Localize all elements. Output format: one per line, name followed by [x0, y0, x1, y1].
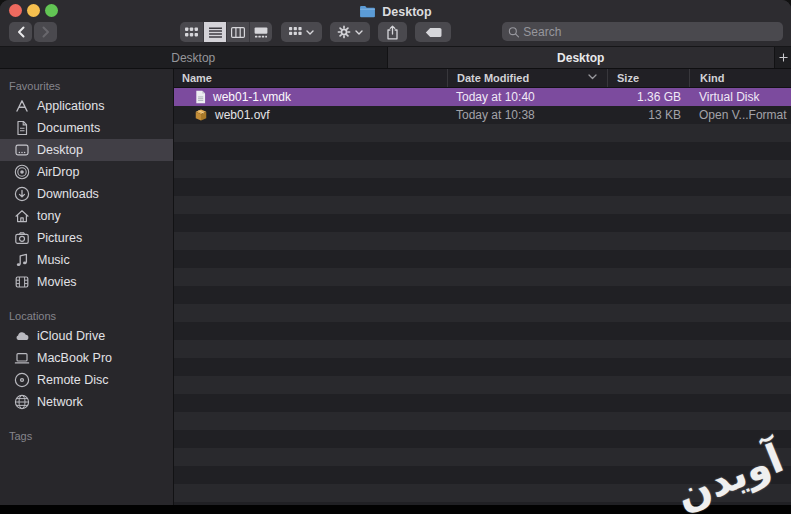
sidebar-item-network[interactable]: Network	[0, 391, 173, 413]
home-icon	[14, 208, 30, 224]
chevron-down-icon	[306, 30, 314, 35]
finder-window: Desktop	[0, 0, 791, 514]
sidebar-item-pictures[interactable]: Pictures	[0, 227, 173, 249]
folder-icon	[359, 5, 376, 18]
share-button[interactable]	[378, 22, 407, 42]
search-input[interactable]	[523, 25, 777, 39]
file-date: Today at 10:38	[447, 108, 607, 122]
list-body: web01-1.vmdk Today at 10:40 1.36 GB Virt…	[174, 88, 791, 505]
list-view-button[interactable]	[203, 22, 226, 42]
airdrop-icon	[14, 164, 30, 180]
file-kind: Open V...Format	[689, 108, 791, 122]
search-icon	[508, 26, 519, 38]
file-name: web01.ovf	[215, 108, 270, 122]
globe-icon	[14, 394, 30, 410]
tab-label: Desktop	[557, 51, 604, 65]
window-title-label: Desktop	[382, 5, 431, 19]
film-icon	[14, 274, 30, 290]
sidebar-item-movies[interactable]: Movies	[0, 271, 173, 293]
laptop-icon	[14, 350, 30, 366]
bottom-edge	[0, 505, 791, 514]
package-icon	[194, 108, 208, 122]
sort-indicator-icon	[588, 74, 597, 80]
new-tab-button[interactable]	[774, 47, 791, 68]
sidebar-section-tags: Tags	[0, 428, 173, 445]
gallery-view-button[interactable]	[249, 22, 272, 42]
sidebar-item-music[interactable]: Music	[0, 249, 173, 271]
file-kind: Virtual Disk	[689, 90, 791, 104]
sidebar-item-icloud-drive[interactable]: iCloud Drive	[0, 325, 173, 347]
main-area: Favourites Applications Documents Deskto…	[0, 69, 791, 505]
group-grid-icon	[289, 27, 302, 38]
share-icon	[386, 25, 399, 40]
sidebar-section-locations: Locations	[0, 308, 173, 325]
column-header-size[interactable]: Size	[607, 69, 689, 87]
sidebar-item-airdrop[interactable]: AirDrop	[0, 161, 173, 183]
sidebar-item-applications[interactable]: Applications	[0, 95, 173, 117]
disc-icon	[14, 372, 30, 388]
downloads-icon	[14, 186, 30, 202]
camera-icon	[14, 230, 30, 246]
column-view-button[interactable]	[226, 22, 249, 42]
group-by-button[interactable]	[281, 22, 322, 42]
document-file-icon	[194, 90, 206, 104]
gear-icon	[337, 25, 351, 39]
tab-desktop-active[interactable]: Desktop	[387, 47, 775, 68]
document-icon	[14, 120, 30, 136]
sidebar-section-favourites: Favourites	[0, 78, 173, 95]
tag-button[interactable]	[415, 22, 451, 42]
file-date: Today at 10:40	[447, 90, 607, 104]
file-size: 13 KB	[607, 108, 689, 122]
forward-button[interactable]	[34, 22, 57, 42]
desktop-icon	[14, 142, 30, 158]
plus-icon	[779, 53, 788, 62]
sidebar-item-downloads[interactable]: Downloads	[0, 183, 173, 205]
tab-label: Desktop	[171, 51, 215, 65]
applications-icon	[14, 98, 30, 114]
file-list: Name Date Modified Size Kind web01-1.vmd…	[174, 69, 791, 505]
sidebar-item-desktop[interactable]: Desktop	[0, 139, 173, 161]
sidebar: Favourites Applications Documents Deskto…	[0, 69, 174, 505]
window-title: Desktop	[0, 3, 791, 20]
tab-desktop-inactive[interactable]: Desktop	[0, 47, 387, 68]
column-header-name[interactable]: Name	[174, 69, 447, 87]
column-header-date-modified[interactable]: Date Modified	[447, 69, 607, 87]
sidebar-item-macbook-pro[interactable]: MacBook Pro	[0, 347, 173, 369]
column-header-kind[interactable]: Kind	[689, 69, 791, 87]
back-button[interactable]	[9, 22, 32, 42]
music-note-icon	[14, 252, 30, 268]
list-column-headers: Name Date Modified Size Kind	[174, 69, 791, 88]
view-mode-segmented-control	[180, 22, 272, 42]
tag-icon	[425, 27, 442, 38]
file-row-web01-ovf[interactable]: web01.ovf Today at 10:38 13 KB Open V...…	[174, 106, 791, 124]
icon-view-button[interactable]	[180, 22, 203, 42]
chevron-down-icon	[355, 30, 363, 35]
tab-bar: Desktop Desktop	[0, 47, 791, 69]
sidebar-item-documents[interactable]: Documents	[0, 117, 173, 139]
file-name: web01-1.vmdk	[213, 90, 291, 104]
sidebar-item-remote-disc[interactable]: Remote Disc	[0, 369, 173, 391]
file-size: 1.36 GB	[607, 90, 689, 104]
sidebar-item-home-tony[interactable]: tony	[0, 205, 173, 227]
action-menu-button[interactable]	[330, 22, 370, 42]
search-field[interactable]	[502, 22, 783, 41]
cloud-icon	[14, 328, 30, 344]
file-row-web01-1-vmdk[interactable]: web01-1.vmdk Today at 10:40 1.36 GB Virt…	[174, 88, 791, 106]
toolbar: Desktop	[0, 0, 791, 47]
